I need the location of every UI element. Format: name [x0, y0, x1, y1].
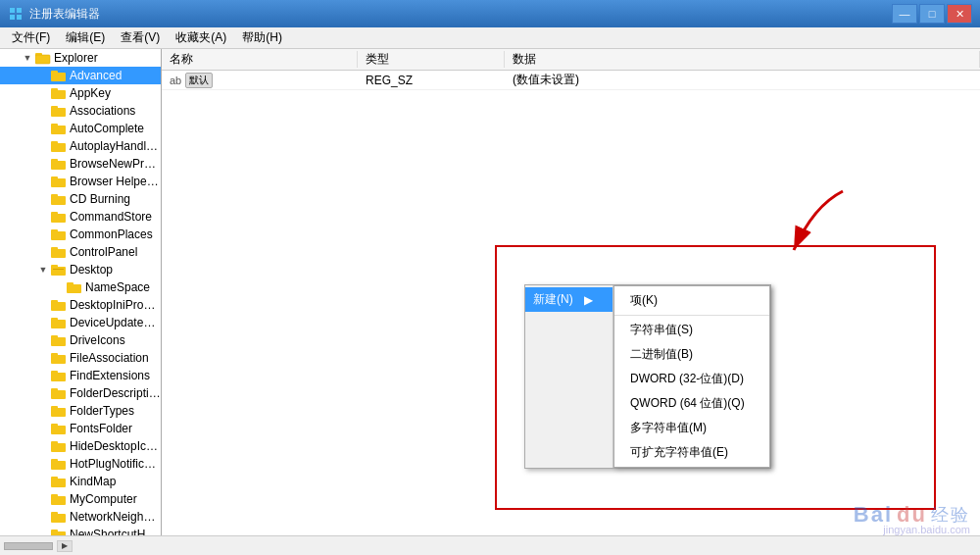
folder-icon [51, 333, 67, 347]
no-toggle: ▶ [35, 527, 51, 535]
submenu-item-key[interactable]: 项(K) [614, 288, 769, 313]
tree-label: Browser Helper Obje [70, 175, 161, 188]
tree-item-hidedesktopicons[interactable]: ▶ HideDesktopIcons [0, 437, 161, 455]
tree-item-mycomputer[interactable]: ▶ MyComputer [0, 490, 161, 508]
scroll-arrow[interactable]: ▶ [57, 540, 73, 552]
toggle-icon[interactable]: ▼ [35, 262, 51, 278]
no-toggle: ▶ [35, 385, 51, 401]
folder-icon [51, 457, 67, 471]
tree-item-hotplugnotification[interactable]: ▶ HotPlugNotification [0, 455, 161, 473]
svg-rect-41 [51, 353, 58, 357]
tree-item-cdburning[interactable]: ▶ CD Burning [0, 190, 161, 208]
folder-icon [51, 139, 67, 153]
svg-rect-33 [67, 282, 74, 286]
folder-icon [51, 475, 67, 488]
svg-rect-55 [51, 477, 58, 480]
tree-item-desktop[interactable]: ▼ Desktop [0, 261, 161, 278]
toggle-icon[interactable]: ▼ [20, 50, 35, 66]
watermark: Baidu 经验 [854, 502, 970, 528]
no-toggle: ▶ [35, 315, 51, 330]
tree-item-controlpanel[interactable]: ▶ ControlPanel [0, 243, 161, 261]
tree-item-folderdescriptions[interactable]: ▶ FolderDescriptions [0, 384, 161, 402]
tree-item-autocomplete[interactable]: ▶ AutoComplete [0, 120, 161, 137]
value-icon: ab [170, 75, 181, 86]
folder-icon [51, 510, 67, 524]
tree-label: KindMap [70, 475, 116, 488]
submenu-item-string[interactable]: 字符串值(S) [614, 318, 769, 342]
col-header-type: 类型 [358, 51, 505, 68]
menu-edit[interactable]: 编辑(E) [58, 27, 113, 48]
tree-label: BrowseNewProcess [70, 157, 161, 171]
tree-item-commonplaces[interactable]: ▶ CommonPlaces [0, 226, 161, 243]
submenu-item-multistring[interactable]: 多字符串值(M) [614, 416, 769, 440]
menu-bar: 文件(F) 编辑(E) 查看(V) 收藏夹(A) 帮助(H) [0, 27, 980, 49]
folder-icon [51, 528, 67, 535]
registry-tree[interactable]: ▼ Explorer ▶ Advanced ▶ AppKey [0, 49, 162, 535]
context-menu-new[interactable]: 新建(N) ▶ [525, 287, 612, 312]
tree-label: Associations [70, 104, 135, 118]
tree-item-deviceupdatelocatic[interactable]: ▶ DeviceUpdateLocatic [0, 314, 161, 331]
tree-label: CommonPlaces [70, 227, 153, 241]
tree-item-kindmap[interactable]: ▶ KindMap [0, 473, 161, 490]
submenu-arrow-icon: ▶ [584, 293, 593, 307]
watermark-url: jingyan.baidu.com [883, 524, 970, 535]
tree-item-browsenewprocess[interactable]: ▶ BrowseNewProcess [0, 155, 161, 173]
menu-help[interactable]: 帮助(H) [234, 27, 290, 48]
tree-item-foldertypes[interactable]: ▶ FolderTypes [0, 402, 161, 420]
title-bar: 注册表编辑器 — □ ✕ [0, 0, 980, 27]
main-layout: ▼ Explorer ▶ Advanced ▶ AppKey [0, 49, 980, 535]
status-bar: ▶ [0, 535, 980, 555]
submenu-item-qword[interactable]: QWORD (64 位值)(Q) [614, 391, 769, 416]
tree-item-explorer[interactable]: ▼ Explorer [0, 49, 161, 67]
tree-item-desktopiniproperty[interactable]: ▶ DesktopIniPropertyM [0, 296, 161, 314]
svg-rect-3 [17, 15, 22, 20]
cell-type: REG_SZ [358, 74, 505, 87]
tree-item-namespace[interactable]: ▶ NameSpace [0, 278, 161, 296]
menu-view[interactable]: 查看(V) [113, 27, 168, 48]
submenu-item-dword[interactable]: DWORD (32-位值)(D) [614, 367, 769, 391]
tree-item-associations[interactable]: ▶ Associations [0, 102, 161, 120]
tree-item-advanced[interactable]: ▶ Advanced [0, 67, 161, 84]
no-toggle: ▶ [35, 421, 51, 436]
status-text: ▶ [4, 540, 73, 552]
tree-item-appkey[interactable]: ▶ AppKey [0, 84, 161, 102]
menu-favorites[interactable]: 收藏夹(A) [168, 27, 234, 48]
tree-item-newshortcuthandler[interactable]: ▶ NewShortcutHandler [0, 526, 161, 535]
tree-item-browserhelperobje[interactable]: ▶ Browser Helper Obje [0, 173, 161, 190]
tree-item-networkneighborho[interactable]: ▶ NetworkNeighborho [0, 508, 161, 526]
tree-item-fileassociation[interactable]: ▶ FileAssociation [0, 349, 161, 367]
no-toggle: ▶ [35, 297, 51, 313]
minimize-button[interactable]: — [892, 4, 917, 24]
svg-rect-8 [51, 71, 58, 75]
window-controls[interactable]: — □ ✕ [892, 4, 972, 24]
no-toggle: ▶ [35, 368, 51, 383]
folder-icon [51, 404, 67, 418]
watermark-jingyan: 经验 [931, 503, 970, 527]
no-toggle: ▶ [35, 68, 51, 83]
no-toggle: ▶ [35, 350, 51, 366]
menu-file[interactable]: 文件(F) [4, 27, 58, 48]
tree-item-findextensions[interactable]: ▶ FindExtensions [0, 367, 161, 384]
svg-rect-26 [51, 229, 58, 233]
default-tag: 默认 [185, 73, 213, 88]
context-submenu[interactable]: 项(K) 字符串值(S) 二进制值(B) DWORD (32-位值)(D) QW… [613, 285, 770, 468]
close-button[interactable]: ✕ [947, 4, 972, 24]
tree-label: AutoplayHandlers [70, 139, 161, 153]
tree-item-driveicons[interactable]: ▶ DriveIcons [0, 331, 161, 349]
folder-icon [51, 351, 67, 365]
no-toggle: ▶ [35, 209, 51, 225]
submenu-separator [614, 315, 769, 316]
maximize-button[interactable]: □ [919, 4, 945, 24]
submenu-item-expandstring[interactable]: 可扩充字符串值(E) [614, 440, 769, 465]
tree-label: FindExtensions [70, 369, 150, 382]
folder-icon [51, 175, 67, 188]
tree-item-autoplayhandlers[interactable]: ▶ AutoplayHandlers [0, 137, 161, 155]
submenu-item-binary[interactable]: 二进制值(B) [614, 342, 769, 367]
context-menu-main[interactable]: 新建(N) ▶ [525, 285, 613, 468]
tree-item-fontsfolder[interactable]: ▶ FontsFolder [0, 420, 161, 437]
folder-icon [51, 227, 67, 241]
context-menu[interactable]: 新建(N) ▶ 项(K) 字符串值(S) 二进制值(B) DWORD (32-位… [524, 284, 771, 469]
tree-item-commandstore[interactable]: ▶ CommandStore [0, 208, 161, 226]
folder-icon [51, 86, 67, 100]
table-row[interactable]: ab 默认 REG_SZ (数值未设置) [162, 71, 980, 90]
